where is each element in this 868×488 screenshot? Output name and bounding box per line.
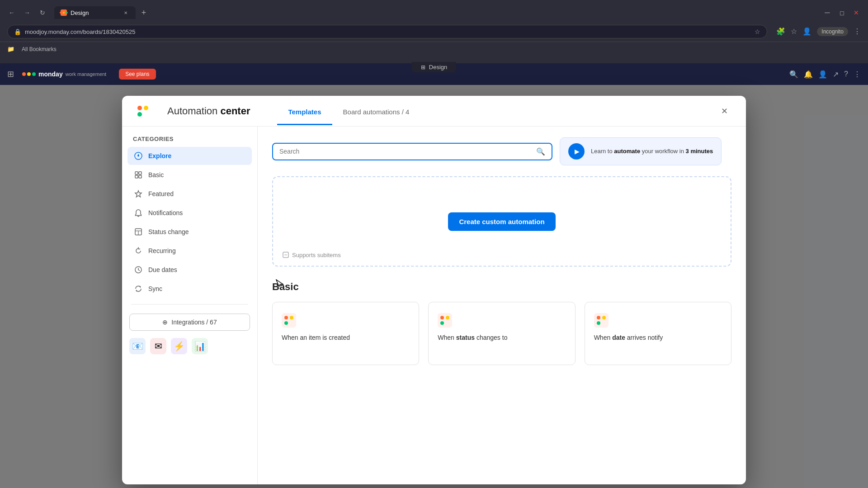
design-tab-label: Design [429, 64, 447, 70]
topbar-search-icon[interactable]: 🔍 [789, 70, 798, 79]
sidebar: Categories Explore [122, 127, 258, 484]
address-bar[interactable]: 🔒 moodjoy.monday.com/boards/1830420525 ☆ [7, 25, 767, 38]
sidebar-item-explore-label: Explore [148, 152, 171, 160]
topbar-notifications-icon[interactable]: 🔔 [804, 70, 813, 79]
nav-back-btn[interactable]: ← [5, 6, 18, 19]
slack-icon[interactable]: ⚡ [171, 338, 187, 354]
search-input[interactable] [279, 148, 533, 155]
tab-favicon [61, 9, 67, 16]
topbar-help-icon[interactable]: ? [844, 70, 848, 78]
main-content: 🔍 ▶ Learn to automate your workflow in 3… [258, 127, 746, 484]
modal-logo [137, 105, 149, 117]
nav-refresh-btn[interactable]: ↻ [36, 6, 49, 19]
sidebar-item-explore[interactable]: Explore [127, 147, 252, 165]
template-card-3[interactable]: When date arrives notify [585, 302, 731, 365]
svg-point-1 [144, 106, 148, 110]
svg-marker-9 [135, 191, 142, 197]
monday-grid-icon[interactable]: ⊞ [7, 69, 14, 79]
table-icon [134, 227, 143, 236]
integration-icons-row: 📧 ✉ ⚡ 📊 [127, 334, 252, 358]
compass-icon [134, 151, 143, 160]
search-box[interactable]: 🔍 [272, 143, 552, 160]
window-minimize-btn[interactable]: ─ [821, 6, 834, 19]
create-custom-automation-btn[interactable]: Create custom automation [448, 212, 555, 231]
svg-point-20 [446, 316, 449, 319]
template-card-1[interactable]: When an item is created [272, 302, 419, 365]
modal-body: Categories Explore [122, 127, 746, 484]
sidebar-item-due-dates[interactable]: Due dates [127, 261, 252, 279]
svg-point-21 [440, 321, 444, 325]
window-maximize-btn[interactable]: ◻ [835, 6, 848, 19]
search-icon: 🔍 [536, 147, 545, 156]
integrations-btn[interactable]: ⊕ Integrations / 67 [129, 314, 250, 331]
profile-icon: 👤 [802, 27, 811, 36]
topbar-more-icon[interactable]: ⋮ [854, 70, 861, 79]
gmail-icon[interactable]: ✉ [150, 338, 166, 354]
sidebar-item-notifications[interactable]: Notifications [127, 204, 252, 222]
sidebar-item-basic[interactable]: Basic [127, 166, 252, 184]
design-tab-indicator[interactable]: ⊞ Design [412, 62, 456, 72]
sidebar-item-recurring-label: Recurring [148, 247, 176, 254]
topbar-share-icon[interactable]: ↗ [833, 70, 839, 79]
svg-point-17 [290, 316, 293, 319]
svg-marker-4 [137, 154, 139, 157]
sidebar-item-sync[interactable]: Sync [127, 280, 252, 298]
tab-board-automations[interactable]: Board automations / 4 [332, 98, 420, 125]
more-options-icon[interactable]: ⋮ [854, 27, 861, 36]
svg-point-23 [602, 316, 606, 319]
card-logo-2 [438, 313, 452, 328]
sidebar-item-status-change[interactable]: Status change [127, 223, 252, 241]
automation-logo-icon [137, 105, 149, 117]
address-text: moodjoy.monday.com/boards/1830420525 [25, 28, 751, 35]
play-btn[interactable]: ▶ [568, 143, 585, 160]
all-bookmarks-link[interactable]: All Bookmarks [22, 46, 57, 52]
nav-forward-btn[interactable]: → [21, 6, 33, 19]
browser-tab[interactable]: Design ✕ [54, 6, 136, 19]
section-basic: Basic [272, 281, 731, 365]
svg-point-24 [597, 321, 600, 325]
learn-text: Learn to automate your workflow in 3 min… [591, 147, 713, 155]
svg-point-0 [137, 106, 142, 110]
tab-close-btn[interactable]: ✕ [122, 9, 129, 16]
clock-icon [134, 265, 143, 274]
bookmarks-icon: 📁 [7, 46, 14, 52]
tab-templates[interactable]: Templates [277, 98, 332, 125]
modal-close-btn[interactable]: ✕ [717, 104, 731, 118]
template-card-2[interactable]: When status changes to [428, 302, 575, 365]
card-text-3: When date arrives notify [594, 333, 722, 343]
window-close-btn[interactable]: ✕ [850, 6, 863, 19]
sidebar-item-basic-label: Basic [148, 171, 164, 178]
outlook-icon[interactable]: 📧 [129, 338, 146, 354]
sidebar-item-recurring[interactable]: Recurring [127, 242, 252, 260]
tab-label: Design [71, 9, 89, 16]
svg-point-18 [284, 321, 288, 325]
design-tab-grid-icon: ⊞ [421, 64, 425, 70]
sidebar-item-sync-label: Sync [148, 285, 162, 292]
sidebar-item-featured-label: Featured [148, 190, 174, 197]
sidebar-item-status-change-label: Status change [148, 228, 189, 235]
svg-point-2 [137, 112, 142, 117]
supports-subitems: Supports subitems [282, 251, 341, 258]
svg-rect-5 [135, 172, 138, 174]
topbar-people-icon[interactable]: 👤 [818, 70, 827, 79]
learn-banner[interactable]: ▶ Learn to automate your workflow in 3 m… [560, 137, 722, 165]
automation-modal: Automation center Templates Board automa… [122, 96, 746, 484]
monday-logo: monday work management [22, 70, 106, 78]
svg-rect-8 [139, 175, 142, 178]
new-tab-btn[interactable]: + [137, 6, 150, 19]
svg-point-19 [440, 316, 444, 319]
sidebar-item-featured[interactable]: Featured [127, 185, 252, 203]
template-cards-grid: When an item is created [272, 302, 731, 365]
modal-tabs: Templates Board automations / 4 [277, 98, 420, 124]
sync-icon [134, 284, 143, 293]
google-sheets-icon[interactable]: 📊 [192, 338, 208, 354]
svg-point-16 [284, 316, 288, 319]
see-plans-btn[interactable]: See plans [119, 69, 156, 80]
play-icon: ▶ [575, 148, 580, 155]
star-icon [134, 189, 143, 198]
address-star-icon: ☆ [755, 28, 760, 35]
modal-title: Automation center [167, 105, 250, 117]
sidebar-item-due-dates-label: Due dates [148, 266, 177, 273]
card-logo-3 [594, 313, 609, 328]
svg-point-22 [597, 316, 600, 319]
